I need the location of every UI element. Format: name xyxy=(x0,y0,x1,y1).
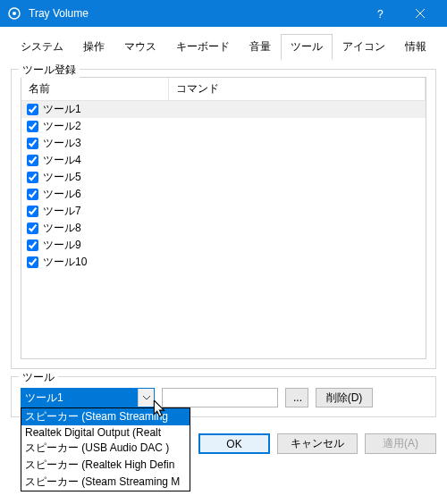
dropdown-item[interactable]: スピーカー (Steam Streaming xyxy=(21,408,190,425)
list-item[interactable]: ツール1 xyxy=(21,101,426,118)
window-title: Tray Volume xyxy=(29,7,359,20)
list-item[interactable]: ツール10 xyxy=(21,254,426,271)
tab-1[interactable]: 操作 xyxy=(73,34,114,60)
cancel-button[interactable]: キャンセル xyxy=(277,433,358,454)
apply-button[interactable]: 適用(A) xyxy=(365,433,436,454)
tab-7[interactable]: 情報 xyxy=(395,34,436,60)
list-item-label: ツール4 xyxy=(43,153,81,168)
list-item[interactable]: ツール8 xyxy=(21,220,426,237)
list-item-checkbox[interactable] xyxy=(27,239,38,251)
list-item-label: ツール5 xyxy=(43,170,81,185)
list-item-label: ツール10 xyxy=(43,255,87,270)
column-name[interactable]: 名前 xyxy=(21,78,169,100)
list-item-checkbox[interactable] xyxy=(27,206,38,217)
combo-selected-text: ツール1 xyxy=(21,389,138,407)
delete-button[interactable]: 削除(D) xyxy=(316,388,373,407)
tab-4[interactable]: 音量 xyxy=(240,34,281,60)
list-item-label: ツール7 xyxy=(43,204,81,219)
close-button[interactable] xyxy=(400,0,440,27)
list-item-label: ツール2 xyxy=(43,119,81,134)
tab-6[interactable]: アイコン xyxy=(333,34,395,60)
browse-button[interactable]: ... xyxy=(285,388,308,407)
tab-strip: システム操作マウスキーボード音量ツールアイコン情報 xyxy=(11,34,436,60)
list-item-checkbox[interactable] xyxy=(27,223,38,234)
tab-3[interactable]: キーボード xyxy=(166,34,240,60)
listview-header: 名前 コマンド xyxy=(21,78,426,101)
list-item-checkbox[interactable] xyxy=(27,189,38,200)
tab-0[interactable]: システム xyxy=(11,34,73,60)
list-item-checkbox[interactable] xyxy=(27,155,38,166)
svg-point-1 xyxy=(13,12,16,15)
tool-listview[interactable]: 名前 コマンド ツール1ツール2ツール3ツール4ツール5ツール6ツール7ツール8… xyxy=(21,77,426,359)
list-item-label: ツール1 xyxy=(43,102,81,117)
list-item[interactable]: ツール6 xyxy=(21,186,426,203)
tool-edit-legend: ツール xyxy=(19,370,58,385)
list-item-checkbox[interactable] xyxy=(27,121,38,132)
list-item[interactable]: ツール5 xyxy=(21,169,426,186)
list-item-checkbox[interactable] xyxy=(27,256,38,268)
list-item-label: ツール9 xyxy=(43,238,81,253)
list-item[interactable]: ツール7 xyxy=(21,203,426,220)
tool-edit-group: ツール ツール1 スピーカー (Steam Streaming Realtek … xyxy=(11,376,436,417)
tab-5[interactable]: ツール xyxy=(281,34,333,60)
tool-name-dropdown[interactable]: スピーカー (Steam Streaming Realtek Digital O… xyxy=(21,407,190,491)
list-item-label: ツール8 xyxy=(43,221,81,236)
help-button[interactable]: ? xyxy=(359,0,400,27)
svg-text:?: ? xyxy=(377,8,384,20)
list-item-checkbox[interactable] xyxy=(27,138,38,149)
titlebar: Tray Volume ? xyxy=(0,0,447,27)
dropdown-item[interactable]: スピーカー (Steam Streaming M xyxy=(21,474,190,491)
chevron-down-icon[interactable] xyxy=(138,389,154,407)
dropdown-item[interactable]: スピーカー (Realtek High Defin xyxy=(21,457,190,474)
list-item[interactable]: ツール9 xyxy=(21,237,426,254)
tool-name-combo[interactable]: ツール1 xyxy=(21,388,155,407)
list-item[interactable]: ツール4 xyxy=(21,152,426,169)
command-input[interactable] xyxy=(162,388,278,407)
list-item[interactable]: ツール3 xyxy=(21,135,426,152)
list-item-label: ツール6 xyxy=(43,187,81,202)
list-item[interactable]: ツール2 xyxy=(21,118,426,135)
tab-2[interactable]: マウス xyxy=(114,34,166,60)
column-command[interactable]: コマンド xyxy=(169,78,426,100)
app-icon xyxy=(7,6,21,21)
tool-register-group: ツール登録 名前 コマンド ツール1ツール2ツール3ツール4ツール5ツール6ツー… xyxy=(11,69,436,369)
dropdown-item[interactable]: スピーカー (USB Audio DAC ) xyxy=(21,440,190,457)
list-item-checkbox[interactable] xyxy=(27,104,38,115)
list-item-label: ツール3 xyxy=(43,136,81,151)
dropdown-item[interactable]: Realtek Digital Output (Realt xyxy=(21,425,190,440)
tool-register-legend: ツール登録 xyxy=(19,63,80,78)
ok-button[interactable]: OK xyxy=(198,433,270,454)
list-item-checkbox[interactable] xyxy=(27,172,38,183)
